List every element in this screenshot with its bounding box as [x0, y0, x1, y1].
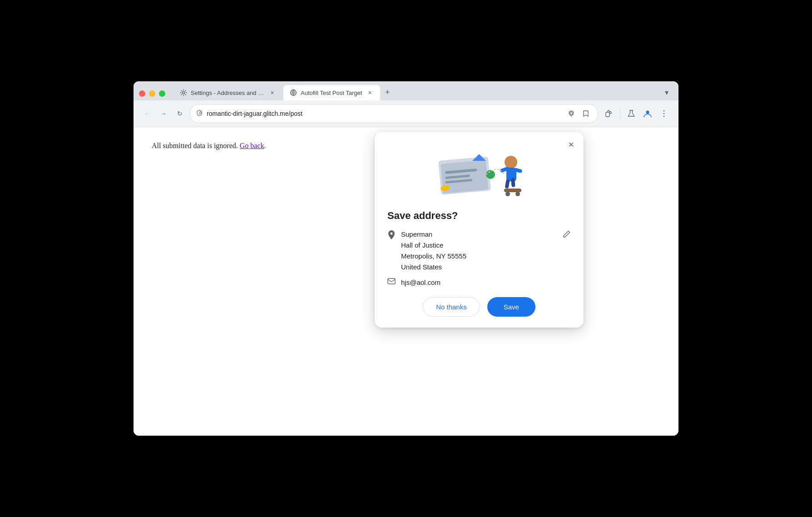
- settings-tab-close[interactable]: ✕: [268, 89, 276, 97]
- svg-point-6: [663, 110, 665, 112]
- address-line4: United States: [401, 262, 557, 273]
- profile-button[interactable]: [640, 106, 655, 121]
- settings-tab-label: Settings - Addresses and mo: [191, 89, 264, 96]
- extensions-button[interactable]: [602, 106, 616, 121]
- svg-rect-23: [504, 189, 521, 192]
- lab-button[interactable]: [624, 106, 639, 121]
- save-button[interactable]: Save: [487, 297, 535, 317]
- address-section: Superman Hall of Justice Metropolis, NY …: [375, 229, 584, 273]
- url-bar[interactable]: romantic-dirt-jaguar.glitch.me/post: [190, 104, 598, 123]
- svg-rect-4: [606, 112, 609, 117]
- svg-rect-19: [505, 179, 510, 189]
- email-section: hjs@aol.com: [375, 273, 584, 297]
- svg-point-24: [505, 192, 510, 196]
- toolbar-right: [602, 106, 671, 121]
- gear-icon: [180, 89, 187, 96]
- globe-icon: [290, 89, 297, 96]
- bookmark-button[interactable]: [579, 107, 592, 120]
- security-icon: [196, 109, 203, 118]
- tab-row: Settings - Addresses and mo ✕ Autofill T…: [134, 81, 678, 100]
- address-line2: Hall of Justice: [401, 240, 557, 251]
- autofill-tab-close[interactable]: ✕: [366, 89, 374, 97]
- address-bar: ← → ↻ romantic-dirt-jaguar.glitch.me/pos…: [134, 100, 678, 127]
- svg-point-7: [663, 113, 665, 114]
- svg-point-5: [646, 111, 649, 114]
- new-tab-button[interactable]: +: [381, 86, 394, 99]
- svg-point-25: [515, 192, 520, 196]
- svg-point-26: [391, 233, 393, 235]
- forward-button[interactable]: →: [157, 107, 170, 120]
- refresh-button[interactable]: ↻: [173, 107, 186, 120]
- close-traffic-light[interactable]: [139, 90, 145, 97]
- location-button[interactable]: [565, 107, 578, 120]
- menu-button[interactable]: [657, 106, 671, 121]
- url-actions: [565, 107, 592, 120]
- svg-rect-27: [388, 278, 395, 284]
- tabs-chevron-button[interactable]: ▾: [660, 86, 673, 99]
- tab-settings[interactable]: Settings - Addresses and mo ✕: [173, 85, 282, 100]
- address-pin-icon: [387, 230, 396, 242]
- traffic-lights: [139, 90, 165, 97]
- browser-window: Settings - Addresses and mo ✕ Autofill T…: [134, 81, 678, 436]
- email-icon: [387, 278, 396, 286]
- toolbar-divider: [620, 108, 620, 119]
- save-address-dialog: ✕: [375, 132, 584, 328]
- dialog-actions: No thanks Save: [375, 297, 584, 317]
- svg-point-8: [663, 116, 665, 117]
- tab-autofill[interactable]: Autofill Test Post Target ✕: [283, 85, 380, 100]
- back-button[interactable]: ←: [141, 107, 153, 120]
- address-name: Superman: [401, 229, 557, 240]
- svg-point-16: [486, 170, 495, 179]
- address-line3: Metropolis, NY 55555: [401, 251, 557, 262]
- url-text: romantic-dirt-jaguar.glitch.me/post: [207, 110, 561, 117]
- edit-address-button[interactable]: [563, 230, 571, 240]
- no-thanks-button[interactable]: No thanks: [423, 297, 480, 317]
- email-text: hjs@aol.com: [401, 278, 441, 286]
- dialog-overlay: ✕: [134, 127, 678, 436]
- title-bar: Settings - Addresses and mo ✕ Autofill T…: [134, 81, 678, 127]
- svg-point-17: [505, 156, 517, 169]
- page-content: All submitted data is ignored. Go back. …: [134, 127, 678, 436]
- autofill-tab-label: Autofill Test Post Target: [301, 89, 362, 96]
- tab-end: ▾: [660, 86, 673, 99]
- svg-point-3: [570, 112, 573, 114]
- minimize-traffic-light[interactable]: [149, 90, 155, 97]
- svg-point-2: [199, 112, 201, 114]
- address-lines: Superman Hall of Justice Metropolis, NY …: [401, 229, 557, 273]
- dialog-title: Save address?: [375, 206, 584, 229]
- dialog-illustration: [375, 143, 584, 206]
- svg-point-0: [183, 92, 185, 94]
- maximize-traffic-light[interactable]: [159, 90, 165, 97]
